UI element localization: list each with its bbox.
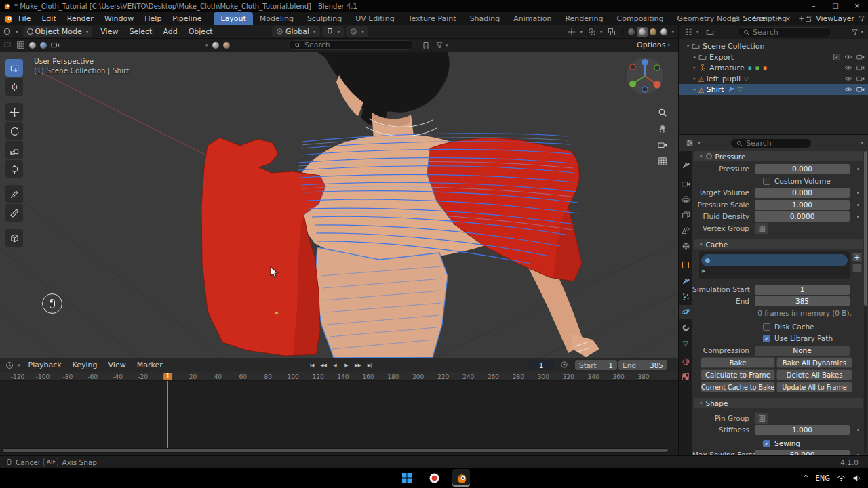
outliner-item-left-pupil[interactable]: ▸ △ left_pupil ▽ [679, 73, 868, 84]
menu-render[interactable]: Render [62, 12, 99, 25]
transport-button-0[interactable]: |◀ [307, 360, 317, 370]
timeline-menu-view[interactable]: View [103, 361, 132, 369]
eye-icon[interactable] [844, 64, 852, 72]
ruler-tick[interactable]: 260 [488, 373, 499, 380]
editor-type-button[interactable]: ▾ [0, 27, 21, 36]
delete-all-bakes-button[interactable]: Delete All Bakes [776, 369, 852, 380]
blender-menu-logo-icon[interactable] [3, 14, 13, 24]
cache-slot-list[interactable]: ▶ [699, 251, 850, 279]
workspace-tab-animation[interactable]: Animation [507, 12, 558, 25]
disk-cache-checkbox[interactable] [763, 323, 770, 331]
maximize-button[interactable]: □ [825, 0, 846, 12]
tray-expand-chevron[interactable]: ^ [803, 474, 808, 482]
tool-rotate[interactable] [5, 122, 23, 140]
shading-rendered-button[interactable] [658, 27, 669, 37]
menu-edit[interactable]: Edit [36, 12, 61, 25]
workspace-tab-shading[interactable]: Shading [463, 12, 507, 25]
outliner-search-input[interactable]: Search [737, 27, 832, 37]
shading-wireframe-button[interactable] [626, 27, 637, 37]
ruler-tick[interactable]: 120 [312, 373, 323, 380]
properties-editor-type-button[interactable]: ▾ [683, 139, 703, 147]
properties-options-chevron[interactable]: ▾ [861, 140, 863, 146]
viewport-camera-button[interactable] [655, 138, 670, 152]
pressure-field[interactable]: 0.000 [755, 164, 850, 174]
camera-icon[interactable] [856, 85, 865, 94]
animate-dot[interactable] [857, 429, 859, 431]
viewport-pan-button[interactable] [655, 121, 670, 136]
workspace-tab-modeling[interactable]: Modeling [253, 12, 300, 25]
ruler-tick[interactable]: 200 [412, 373, 424, 380]
mode-select[interactable]: Object Mode ▾ [23, 26, 93, 37]
snap-toggle[interactable]: ▾ [322, 26, 344, 37]
outliner-item-export[interactable]: ▸ Export ✓ [679, 52, 868, 62]
wifi-icon[interactable] [837, 474, 846, 483]
remove-cache-button[interactable]: − [852, 264, 862, 272]
ruler-tick[interactable]: 380 [637, 373, 649, 380]
tab-material[interactable] [679, 354, 692, 368]
tool-add-cube[interactable] [5, 229, 23, 247]
tool-options-chevron[interactable]: ▾ [205, 43, 208, 48]
simulation-start-field[interactable]: 1 [755, 285, 850, 295]
ruler-tick[interactable]: 20 [189, 373, 197, 380]
cache-end-field[interactable]: 385 [755, 296, 850, 306]
viewport-menu-object[interactable]: Object [183, 25, 218, 38]
eye-icon[interactable] [844, 53, 852, 61]
shading-dropdown[interactable]: ▾ [671, 29, 674, 35]
transport-button-5[interactable]: ▶| [364, 360, 374, 370]
shading-solid-button[interactable] [637, 27, 648, 37]
ruler-tick[interactable]: 140 [337, 373, 349, 380]
outliner-item-armature[interactable]: ▸ Armature ▪ ▪ ▪ [679, 62, 868, 73]
sewing-checkbox[interactable]: ✓ [763, 440, 770, 447]
stiffness-field[interactable]: 1.000 [755, 425, 850, 435]
windows-start-button[interactable] [398, 469, 416, 487]
volume-icon[interactable] [852, 474, 861, 483]
tab-world[interactable] [679, 239, 692, 253]
tab-particles[interactable] [679, 289, 692, 303]
xray-toggle[interactable] [605, 28, 618, 36]
expand-arrow-icon[interactable]: ▸ [691, 87, 698, 92]
timeline-scrollbar[interactable] [2, 448, 669, 453]
ruler-tick[interactable]: 40 [214, 373, 222, 380]
fluid-density-field[interactable]: 0.0000 [755, 211, 850, 222]
filter-button[interactable]: ▾ [435, 41, 448, 49]
timeline-menu-playback[interactable]: Playback [23, 361, 67, 369]
frame-start-field[interactable]: Start 1 [575, 360, 617, 370]
animate-dot[interactable] [857, 192, 859, 194]
use-library-path-checkbox[interactable]: ✓ [763, 335, 770, 342]
animate-dot[interactable] [857, 204, 859, 206]
workspace-tab-sculpting[interactable]: Sculpting [300, 12, 349, 25]
scrollbar-thumb[interactable] [864, 151, 867, 306]
calculate-to-frame-button[interactable]: Calculate to Frame [701, 369, 775, 380]
frame-end-field[interactable]: End 385 [618, 360, 667, 370]
viewlayer-selector[interactable]: ViewLayer [805, 14, 854, 23]
ruler-tick[interactable]: -40 [113, 373, 123, 380]
expand-arrow-icon[interactable]: ▸ [691, 76, 698, 81]
playhead-badge[interactable]: 1 [163, 373, 173, 380]
pressure-section-header[interactable]: ▾ Pressure [694, 151, 863, 161]
timeline-ruler[interactable]: -120-100-80-60-40-2012040608010012014016… [0, 372, 678, 381]
menu-pipeline[interactable]: Pipeline [167, 12, 207, 25]
tab-texture[interactable] [679, 370, 692, 384]
transport-button-1[interactable]: ◀◀ [318, 360, 328, 370]
cache-section-header[interactable]: ▾ Cache [694, 239, 863, 249]
viewport-ortho-button[interactable] [655, 154, 670, 169]
ruler-tick[interactable]: 160 [362, 373, 374, 380]
tool-measure[interactable] [5, 204, 23, 222]
navigation-gizmo[interactable] [625, 56, 665, 96]
tab-physics[interactable] [679, 305, 692, 319]
ruler-tick[interactable]: 80 [264, 373, 271, 380]
properties-scrollbar[interactable] [864, 151, 867, 453]
menu-file[interactable]: File [13, 12, 36, 25]
add-cache-button[interactable]: + [852, 253, 862, 262]
viewport-menu-view[interactable]: View [95, 25, 123, 38]
proportional-edit-toggle[interactable]: ▾ [346, 26, 368, 37]
bake-all-dynamics-button[interactable]: Bake All Dynamics [776, 357, 852, 368]
ruler-tick[interactable]: -100 [36, 373, 50, 380]
timeline-editor-type-button[interactable]: ▾ [3, 361, 23, 369]
animate-dot[interactable] [857, 216, 859, 218]
workspace-tab-rendering[interactable]: Rendering [558, 12, 610, 25]
outliner-item-scene-collection[interactable]: ▾ Scene Collection [679, 41, 868, 52]
ruler-tick[interactable]: 220 [437, 373, 449, 380]
tab-constraints[interactable] [679, 321, 692, 334]
brush-texture-icon[interactable] [223, 42, 230, 49]
